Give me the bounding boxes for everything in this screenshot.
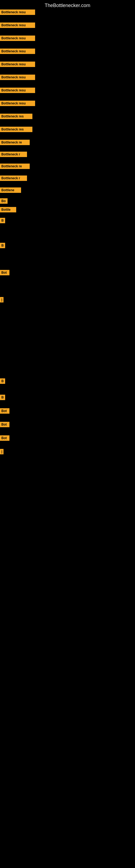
bar-9: Bottleneck res: [0, 114, 32, 119]
bar-label-24: Bot: [0, 408, 9, 414]
bar-15: Bottlene: [0, 187, 21, 193]
bar-1: Bottleneck resu: [0, 9, 35, 15]
bar-label-2: Bottleneck resu: [0, 23, 35, 28]
bar-14: Bottleneck r: [0, 176, 27, 181]
bar-19: B: [0, 243, 5, 248]
bar-label-3: Bottleneck resu: [0, 35, 35, 41]
bar-label-1: Bottleneck resu: [0, 9, 35, 15]
bar-label-7: Bottleneck resu: [0, 88, 35, 93]
bar-4: Bottleneck resu: [0, 49, 35, 54]
bar-24: Bot: [0, 408, 9, 414]
bar-6: Bottleneck resu: [0, 74, 35, 80]
bar-17: Bottle: [0, 207, 16, 212]
bar-label-13: Bottleneck re: [0, 163, 30, 169]
bar-label-19: B: [0, 243, 5, 248]
bar-7: Bottleneck resu: [0, 88, 35, 93]
bar-label-11: Bottleneck re: [0, 140, 30, 145]
bar-23: B: [0, 395, 5, 400]
bar-3: Bottleneck resu: [0, 35, 35, 41]
bar-11: Bottleneck re: [0, 140, 30, 145]
bar-16: Bo: [0, 198, 8, 204]
bar-label-4: Bottleneck resu: [0, 49, 35, 54]
bar-21: |: [0, 297, 3, 303]
bar-26: Bot: [0, 435, 9, 441]
bar-label-16: Bo: [0, 198, 8, 204]
bar-label-27: |: [0, 449, 3, 454]
bar-2: Bottleneck resu: [0, 23, 35, 28]
bar-label-10: Bottleneck res: [0, 127, 32, 132]
bar-label-12: Bottleneck r: [0, 152, 27, 157]
bar-label-5: Bottleneck resu: [0, 62, 35, 67]
bar-label-15: Bottlene: [0, 187, 21, 193]
bar-label-17: Bottle: [0, 207, 16, 212]
bar-8: Bottleneck resu: [0, 101, 35, 106]
bar-label-22: B: [0, 378, 5, 384]
bar-22: B: [0, 378, 5, 384]
bar-5: Bottleneck resu: [0, 62, 35, 67]
bar-18: B: [0, 218, 5, 223]
bar-label-26: Bot: [0, 435, 9, 441]
bar-label-23: B: [0, 395, 5, 400]
bar-label-9: Bottleneck res: [0, 114, 32, 119]
bar-label-14: Bottleneck r: [0, 176, 27, 181]
bar-10: Bottleneck res: [0, 127, 32, 132]
bar-25: Bot: [0, 422, 9, 427]
bar-label-18: B: [0, 218, 5, 223]
bar-label-20: Bot: [0, 270, 9, 275]
bar-label-8: Bottleneck resu: [0, 101, 35, 106]
bar-12: Bottleneck r: [0, 152, 27, 157]
bar-20: Bot: [0, 270, 9, 275]
bar-label-25: Bot: [0, 422, 9, 427]
bar-label-21: |: [0, 297, 3, 303]
bar-label-6: Bottleneck resu: [0, 74, 35, 80]
bar-13: Bottleneck re: [0, 163, 30, 169]
bar-27: |: [0, 449, 3, 454]
